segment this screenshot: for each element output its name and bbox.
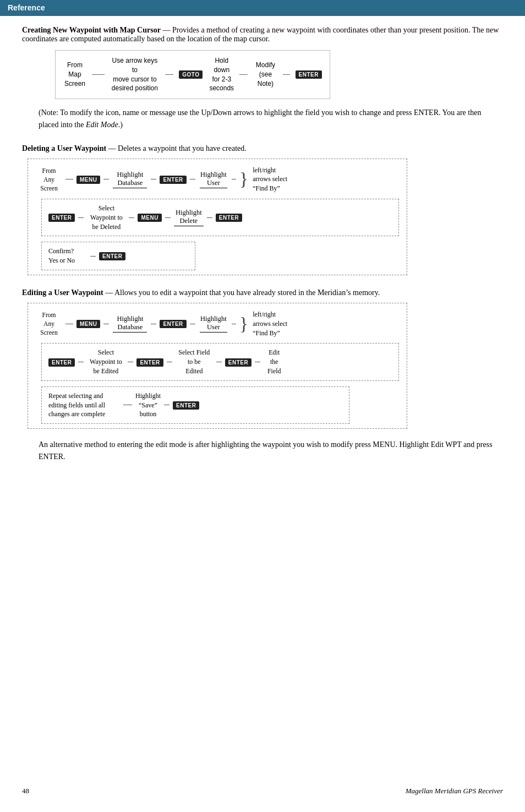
del-conn2 xyxy=(103,179,109,179)
edit-conn8 xyxy=(167,362,172,362)
del-conn1 xyxy=(65,179,73,179)
del-right-brace: } xyxy=(239,171,248,188)
section-deleting-waypoint: Deleting a User Waypoint — Deletes a way… xyxy=(22,144,503,275)
edit-enter2-btn: ENTER xyxy=(48,358,75,367)
diag1-from: From Map Screen xyxy=(63,61,86,88)
edit-field-text: Edit the Field xyxy=(264,348,285,375)
del-highlight2: Highlight User xyxy=(199,171,228,188)
connector-line3 xyxy=(239,74,248,75)
edit-conn10 xyxy=(255,362,260,362)
edit-conn6 xyxy=(78,362,84,362)
connector-line2 xyxy=(165,74,173,75)
edit-highlight2: Highlight User xyxy=(199,315,228,333)
edit-conn4 xyxy=(190,324,195,324)
section3-alt-text: An alternative method to entering the ed… xyxy=(39,439,503,462)
del-enter1-btn: ENTER xyxy=(160,175,186,184)
edit-enter1-btn: ENTER xyxy=(160,319,186,328)
del-right-note: left/right arrows select “Find By” xyxy=(253,166,287,193)
del-enter2-btn: ENTER xyxy=(48,213,75,222)
edit-right-note: left/right arrows select “Find By” xyxy=(253,310,287,337)
edit-repeat-text: Repeat selecting and editing fields unti… xyxy=(48,391,120,419)
diag1-enter-btn: ENTER xyxy=(296,70,322,79)
del-enter3-btn: ENTER xyxy=(216,213,242,222)
del-conn8 xyxy=(165,217,171,218)
del-conn7 xyxy=(129,217,134,218)
diag1-instruction: Use arrow keys to move cursor to desired… xyxy=(110,56,160,93)
edit-enter5-btn: ENTER xyxy=(173,401,199,410)
edit-conn9 xyxy=(216,362,222,362)
header-bar: Reference xyxy=(0,0,525,16)
edit-enter4-btn: ENTER xyxy=(225,358,251,367)
diag-edit: From Any Screen MENU Highlight Database xyxy=(28,303,413,429)
section-creating-waypoint: Creating New Waypoint with Map Cursor — … xyxy=(22,26,503,131)
diag-creating-waypoint: From Map Screen Use arrow keys to move c… xyxy=(55,50,330,99)
footer-title: Magellan Meridian GPS Receiver xyxy=(406,787,503,795)
del-conn5 xyxy=(232,179,236,179)
section-editing-waypoint: Editing a User Waypoint — Allows you to … xyxy=(22,288,503,463)
edit-hl-save: Highlight “Save” button xyxy=(135,391,161,419)
diag1-holddown: Hold down for 2-3 seconds xyxy=(209,56,234,93)
diag1-modify: Modify (see Note) xyxy=(253,61,277,88)
edit-highlight1: Highlight Database xyxy=(112,315,147,333)
connector-line4 xyxy=(283,74,289,75)
del-conn9 xyxy=(207,217,212,218)
edit-conn5 xyxy=(232,324,236,324)
edit-right-brace: } xyxy=(239,315,248,333)
edit-from-label: From Any Screen xyxy=(36,310,62,337)
edit-select-field: Select Field to be Edited xyxy=(176,348,213,375)
page-footer: 48 Magellan Meridian GPS Receiver xyxy=(0,781,525,801)
edit-conn12 xyxy=(164,405,169,405)
header-label: Reference xyxy=(8,3,45,12)
del-conn4 xyxy=(190,179,195,179)
edit-conn3 xyxy=(151,324,156,324)
del-menu2-btn: MENU xyxy=(138,213,161,222)
del-from-label: From Any Screen xyxy=(36,166,62,193)
edit-conn11 xyxy=(123,405,132,405)
section1-note: (Note: To modify the icon, name or messa… xyxy=(39,107,503,130)
edit-conn1 xyxy=(65,324,73,324)
del-highlight1: Highlight Database xyxy=(112,171,147,188)
del-enter4-btn: ENTER xyxy=(99,252,125,260)
edit-menu-btn: MENU xyxy=(76,319,100,328)
edit-conn7 xyxy=(128,362,133,362)
del-conn6 xyxy=(78,217,84,218)
del-highlight3: Highlight Delete xyxy=(174,209,204,226)
edit-conn2 xyxy=(103,324,109,324)
del-menu-btn: MENU xyxy=(76,175,100,184)
del-confirm-text: Confirm? Yes or No xyxy=(48,247,87,265)
section2-heading: Deleting a User Waypoint — Deletes a way… xyxy=(22,144,503,153)
diag-delete: From Any Screen MENU Highlight Database xyxy=(28,159,413,275)
diag1-goto-btn: GOTO xyxy=(179,70,203,79)
section3-heading: Editing a User Waypoint — Allows you to … xyxy=(22,288,503,297)
del-conn3 xyxy=(151,179,156,179)
edit-enter3-btn: ENTER xyxy=(136,358,163,367)
section1-heading: Creating New Waypoint with Map Cursor — … xyxy=(22,26,503,43)
del-conn10 xyxy=(90,256,96,257)
page-number: 48 xyxy=(22,787,29,795)
connector-line1 xyxy=(92,74,105,75)
edit-select-wpt: Select Waypoint to be Edited xyxy=(87,348,124,375)
del-select-wpt: Select Waypoint to be Deleted xyxy=(87,204,125,231)
